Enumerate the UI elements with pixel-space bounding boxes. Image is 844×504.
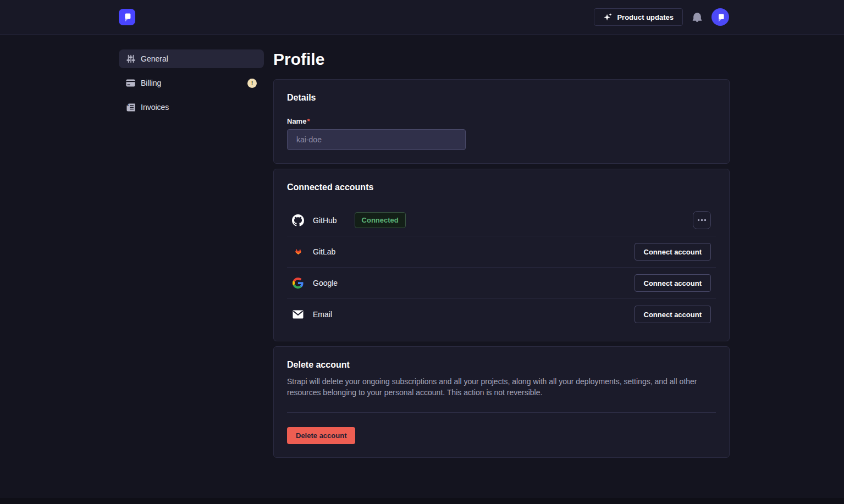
sidebar-item-general[interactable]: General [119,49,264,68]
name-label: Name* [287,117,310,125]
page-title: Profile [273,49,730,69]
product-updates-button[interactable]: Product updates [594,8,683,26]
email-icon [292,308,304,320]
required-asterisk: * [307,117,310,125]
avatar-strapi-mark-icon [715,12,726,23]
bell-icon [692,12,702,23]
connected-accounts-card: Connected accounts GitHub Connected [273,169,730,341]
strapi-logo[interactable] [119,9,135,25]
account-row-google: Google Connect account [287,267,716,298]
svg-text:$: $ [126,103,128,107]
delete-account-description: Strapi will delete your ongoing subscrip… [287,376,716,398]
strapi-mark-icon [122,12,133,23]
connected-status-badge: Connected [355,212,406,228]
connected-accounts-list: GitHub Connected [287,204,716,330]
google-icon [292,277,304,289]
sidebar-item-label: Billing [141,79,161,87]
provider-name: GitLab [313,247,335,256]
account-row-gitlab: GitLab Connect account [287,236,716,267]
sidebar-item-label: General [141,54,168,63]
sidebar-item-invoices[interactable]: $ Invoices [119,98,264,117]
sliders-icon [126,54,135,64]
profile-content: Profile Details Name* Connected accounts [273,49,730,463]
provider-name: Email [313,310,332,319]
connect-email-button[interactable]: Connect account [635,306,711,323]
user-avatar[interactable] [711,8,729,26]
connect-google-button[interactable]: Connect account [635,274,711,292]
divider [287,412,716,413]
connected-accounts-heading: Connected accounts [287,182,716,192]
github-icon [292,214,304,226]
ellipsis-icon [698,219,699,221]
connect-gitlab-button[interactable]: Connect account [635,243,711,261]
settings-sidebar: General Billing ! $ [119,49,264,463]
topbar-actions: Product updates [594,8,729,26]
notifications-bell-button[interactable] [692,12,703,23]
github-options-button[interactable] [693,211,711,229]
sidebar-item-billing[interactable]: Billing ! [119,74,264,92]
credit-card-icon [126,79,135,88]
provider-name: GitHub [313,216,337,225]
delete-account-button[interactable]: Delete account [287,427,355,444]
topbar: Product updates [0,0,844,35]
details-heading: Details [287,93,716,103]
sparkle-icon [603,13,613,22]
product-updates-label: Product updates [617,13,674,21]
details-card: Details Name* [273,79,730,164]
delete-account-heading: Delete account [287,360,716,370]
sidebar-item-label: Invoices [141,103,169,112]
billing-warning-badge: ! [247,79,257,88]
invoice-icon: $ [126,103,135,112]
name-field: Name* [287,116,716,150]
account-row-github: GitHub Connected [287,204,716,236]
bottom-strip [0,498,844,504]
account-row-email: Email Connect account [287,298,716,330]
gitlab-icon [292,246,304,258]
name-input[interactable] [287,129,466,150]
provider-name: Google [313,279,338,287]
delete-account-card: Delete account Strapi will delete your o… [273,346,730,458]
